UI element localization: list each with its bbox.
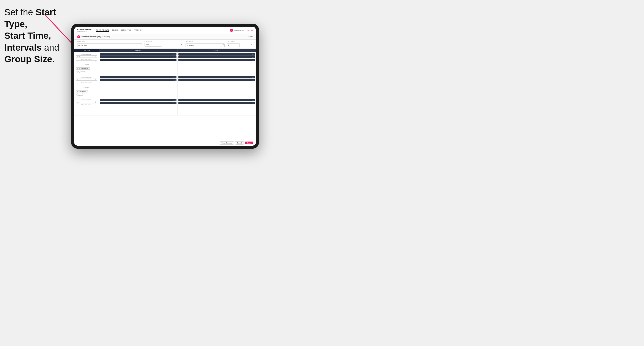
group3-team2-slot2[interactable]: ✕⊙ — [178, 102, 255, 104]
reset-changes-button[interactable]: Reset Changes — [220, 141, 234, 145]
group1-course-remove-x[interactable]: ✕ — [89, 68, 90, 69]
group1-course-tag: 🏌 (A) Peachtree GC ✕ — [76, 66, 97, 70]
group2-course-tag: 🏌 East Lake GC ✕ — [76, 89, 97, 93]
logo-text: SCOREBOARD — [77, 29, 92, 31]
group1-course-label: COURSE: — [76, 64, 97, 65]
group1-team1-slot3[interactable] — [100, 59, 176, 61]
slot-edit-icon: ⊙ — [175, 56, 176, 58]
start-type-select[interactable]: 1st Tee Start — [77, 43, 142, 47]
group3-team2-slot1[interactable]: ✕⊙ — [178, 99, 255, 101]
group2-add-group-btn[interactable]: + Add Group — [76, 95, 97, 96]
tournament-name: Clippd Invitational (May) — [82, 36, 102, 38]
tablet-screen: SCOREBOARD Powered by clipp.io TOURNAMEN… — [74, 27, 256, 146]
slot-edit-icon: ⊙ — [175, 102, 176, 104]
group2-remove-group-btn[interactable]: ○ Remove Group — [76, 93, 97, 95]
intervals-select[interactable]: 10 Minutes — [186, 43, 224, 47]
header-team2: Team 2 — [178, 49, 256, 52]
group2-hole-input[interactable]: 1 ▴ ▾ — [76, 83, 97, 86]
nav-rankings[interactable]: RANKINGS — [134, 29, 143, 32]
slot-x-icon: ✕ — [252, 54, 253, 55]
group1-course-name: (A) Peachtree GC — [79, 68, 88, 69]
group3-clock-icon: ⏰ — [95, 101, 96, 103]
slot-edit-icon: ⊙ — [175, 54, 176, 55]
course-icon: 🏌 — [77, 68, 78, 69]
group1-remove-group-btn[interactable]: ○ Remove Group — [76, 70, 97, 72]
slot-edit-icon: ⊙ — [253, 56, 254, 58]
save-button[interactable]: Save — [245, 142, 253, 144]
cancel-button[interactable]: Cancel — [235, 141, 244, 145]
group1-actions: ○ Remove Group + Add Group — [76, 70, 97, 73]
main-table: Tee Time Team 1 Team 2 STARTING TIME: 10… — [74, 49, 256, 140]
controls-row: Start Type 1st Tee Start Start Time 🕐 In… — [74, 40, 256, 49]
group1-add-label: + Add Group — [76, 72, 83, 73]
group2-hole-arrows: ▴ ▾ — [96, 84, 96, 86]
group1-course-name-tag: 🏌 (A) Peachtree GC ✕ — [76, 67, 90, 70]
footer-bar: Reset Changes Cancel Save — [74, 140, 256, 146]
group1-team1-col: ✕⊙ ✕⊙ — [99, 52, 178, 75]
slot-x-icon: ✕ — [252, 99, 253, 101]
group2-course-name-tag: 🏌 East Lake GC ✕ — [76, 90, 88, 92]
group2-team1-slot2[interactable]: ✕⊙ — [100, 79, 176, 81]
group-size-select-wrap: 3 — [227, 43, 253, 47]
group1-add-group-btn[interactable]: + Add Group — [76, 72, 97, 73]
group1-team2-slot2[interactable]: ✕⊙ — [178, 56, 255, 58]
group2-remove-label: Remove Group — [77, 93, 85, 95]
nav-tournaments[interactable]: TOURNAMENTS — [96, 29, 109, 32]
group1-clock-icon: ⏰ — [95, 56, 96, 57]
group2-course-name: East Lake GC — [79, 91, 86, 92]
group2-actions: ○ Remove Group + Add Group — [76, 93, 97, 96]
nav-right: B blair@clippd.io | Sign out — [230, 29, 253, 32]
nav-divider: | — [246, 29, 246, 31]
user-email: blair@clippd.io — [234, 29, 244, 31]
group1-hole-input[interactable]: 1 ▴ ▾ — [76, 60, 97, 63]
group3-time-input[interactable]: 10:20 ⏰ — [76, 101, 97, 103]
group3-starting-hole-label: STARTING HOLE: — [76, 104, 97, 106]
table-header: Tee Time Team 1 Team 2 — [74, 49, 256, 52]
group-size-label: Group Size — [227, 41, 253, 42]
group2-team1-slot1[interactable]: ✕⊙ — [100, 76, 176, 78]
slot-edit-icon: ⊙ — [175, 99, 176, 101]
group3-teams: ✕⊙ ✕⊙ ✕⊙ ✕⊙ — [99, 98, 256, 115]
group3-team1-col: ✕⊙ ✕⊙ — [99, 98, 178, 115]
slot-x-icon: ✕ — [173, 102, 174, 104]
slot-x-icon: ✕ — [173, 54, 174, 55]
start-time-input[interactable] — [144, 43, 162, 46]
nav-committee[interactable]: COMMITTEE — [121, 29, 131, 32]
group2-time-input[interactable]: 10:10 ⏰ — [76, 78, 97, 81]
intervals-label: Intervals — [186, 41, 224, 42]
slot-edit-icon: ⊙ — [253, 54, 254, 55]
back-button[interactable]: < Back — [248, 36, 253, 38]
group3-team1-slot1[interactable]: ✕⊙ — [100, 99, 176, 101]
group-3-left: STARTING TIME: 10:20 ⏰ STARTING HOLE: — [74, 98, 99, 115]
nav-teams[interactable]: TEAMS — [112, 29, 118, 32]
group2-clock-icon: ⏰ — [95, 79, 96, 80]
group-1-left: STARTING TIME: 10:00 ⏰ STARTING HOLE: 1 … — [74, 52, 99, 75]
slot-x-icon: ✕ — [173, 56, 174, 58]
slot-x-icon: ✕ — [252, 59, 253, 61]
group-2: STARTING TIME: 10:10 ⏰ STARTING HOLE: 1 … — [74, 75, 256, 98]
slot-x-icon: ✕ — [252, 76, 253, 78]
group2-team2-slot1[interactable]: ✕⊙ — [178, 76, 255, 78]
group1-team1-slot2[interactable]: ✕⊙ — [100, 56, 176, 58]
group1-hole-down: ▾ — [96, 62, 96, 63]
group3-starting-time-label: STARTING TIME: — [76, 99, 97, 101]
sub-nav: C Clippd Invitational (May) > Hosting < … — [74, 34, 256, 40]
sign-out-link[interactable]: Sign out — [247, 29, 253, 31]
group3-team1-slot2[interactable]: ✕⊙ — [100, 102, 176, 104]
tournament-logo: C — [77, 35, 80, 38]
start-type-control: Start Type 1st Tee Start — [77, 41, 142, 47]
group2-course-remove-x[interactable]: ✕ — [86, 91, 88, 92]
group1-team2-slot3[interactable]: ✕⊙ — [178, 59, 255, 61]
group1-team2-slot1[interactable]: ✕⊙ — [178, 53, 255, 56]
group2-team2-slot2[interactable]: ✕⊙ — [178, 79, 255, 81]
group2-hole-down: ▾ — [96, 85, 96, 86]
app-logo: SCOREBOARD Powered by clipp.io — [77, 29, 92, 32]
course2-icon: 🏌 — [77, 91, 78, 92]
group1-time-input[interactable]: 10:00 ⏰ — [76, 55, 97, 58]
group1-team1-slot1[interactable]: ✕⊙ — [100, 53, 176, 56]
start-type-label: Start Type — [77, 41, 142, 42]
group-3: STARTING TIME: 10:20 ⏰ STARTING HOLE: ✕⊙… — [74, 98, 256, 116]
slot-edit-icon: ⊙ — [253, 99, 254, 101]
group1-time-value: 10:00 — [77, 56, 80, 57]
group-size-select[interactable]: 3 — [227, 43, 240, 47]
